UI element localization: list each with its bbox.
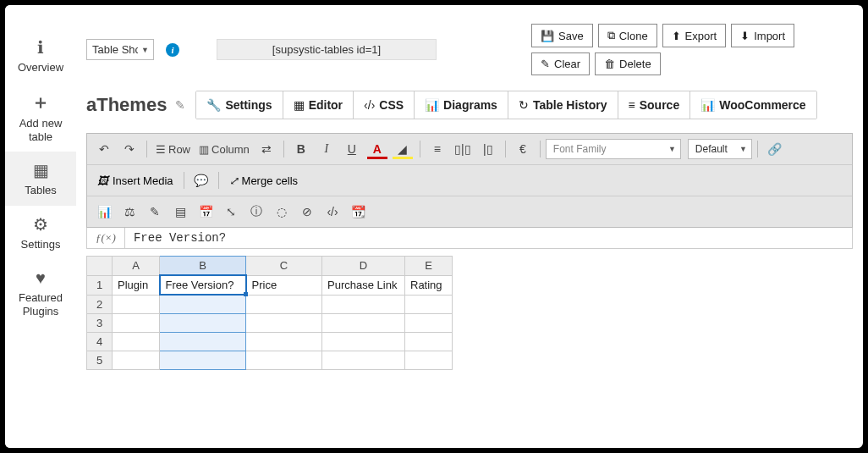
font-color-button[interactable]: A <box>365 137 389 161</box>
cell-E3[interactable] <box>405 313 453 332</box>
undo-button[interactable]: ↶ <box>92 137 116 161</box>
cell-A5[interactable] <box>113 351 160 369</box>
tabs: 🔧Settings ▦Editor ‹/›CSS 📊Diagrams ↻Tabl… <box>195 91 816 119</box>
add-row-button[interactable]: ☰Row <box>152 137 194 161</box>
tool-resize-icon[interactable]: ⤡ <box>219 200 243 224</box>
tool-info-icon[interactable]: ⓘ <box>244 200 268 224</box>
insert-media-button[interactable]: 🖼Insert Media <box>92 173 179 189</box>
cell-C4[interactable] <box>246 332 322 351</box>
cell-D1[interactable]: Purchase Link <box>322 275 405 295</box>
cell-E1[interactable]: Rating <box>405 275 453 295</box>
cell-C5[interactable] <box>246 351 322 369</box>
sidebar-item-tables[interactable]: ▦ Tables <box>5 152 76 206</box>
font-family-select[interactable]: Font Family <box>546 139 681 159</box>
tool-date-icon[interactable]: 📆 <box>346 200 370 224</box>
info-badge-icon[interactable]: i <box>166 43 179 57</box>
tool-dashed-icon[interactable]: ◌ <box>270 200 294 224</box>
sidebar-item-add-table[interactable]: ＋ Add new table <box>5 83 76 152</box>
redo-button[interactable]: ↷ <box>118 137 141 161</box>
cell-C3[interactable] <box>246 313 322 332</box>
align-left-button[interactable]: ≡ <box>426 137 449 161</box>
editor-toolbar: ↶ ↷ ☰Row ▥Column ⇄ B I U A ◢ ≡ ▯|▯ |▯ € … <box>86 133 853 228</box>
cell-B5[interactable] <box>160 351 246 369</box>
col-header-C[interactable]: C <box>246 257 322 276</box>
italic-button[interactable]: I <box>315 137 338 161</box>
tool-scale-icon[interactable]: ⚖ <box>118 200 141 224</box>
sidebar-item-label: Settings <box>21 238 61 251</box>
cell-C1[interactable]: Price <box>246 275 322 295</box>
bold-button[interactable]: B <box>289 137 313 161</box>
fill-color-button[interactable]: ◢ <box>391 137 415 161</box>
upload-icon: ⬆ <box>672 30 681 42</box>
row-header-5[interactable]: 5 <box>87 351 113 369</box>
cell-B1[interactable]: Free Version? <box>160 275 246 295</box>
delete-button[interactable]: 🗑Delete <box>595 52 661 75</box>
row-header-4[interactable]: 4 <box>87 332 113 351</box>
tool-list-icon[interactable]: ▤ <box>168 200 192 224</box>
export-button[interactable]: ⬆Export <box>662 24 727 47</box>
col-header-A[interactable]: A <box>113 257 160 276</box>
cell-D2[interactable] <box>322 295 405 313</box>
cell-E5[interactable] <box>405 351 453 369</box>
comment-button[interactable]: 💬 <box>190 168 213 192</box>
tab-woo[interactable]: 📊WooCommerce <box>690 91 816 119</box>
plus-icon: ＋ <box>31 91 50 113</box>
col-header-E[interactable]: E <box>405 257 453 276</box>
cell-D5[interactable] <box>322 351 405 369</box>
swap-button[interactable]: ⇄ <box>255 137 278 161</box>
sidebar-item-featured[interactable]: ♥ Featured Plugins <box>5 259 76 326</box>
align-center-button[interactable]: ▯|▯ <box>451 137 475 161</box>
columns-icon: ▥ <box>199 143 209 156</box>
tab-source[interactable]: ≡Source <box>618 91 691 119</box>
tab-settings[interactable]: 🔧Settings <box>196 91 283 119</box>
tab-history[interactable]: ↻Table History <box>508 91 618 119</box>
cell-C2[interactable] <box>246 295 322 313</box>
corner-cell[interactable] <box>87 257 113 276</box>
tool-block-icon[interactable]: ⊘ <box>295 200 319 224</box>
sidebar-item-settings[interactable]: ⚙ Settings <box>5 206 76 260</box>
cell-A4[interactable] <box>113 332 160 351</box>
cell-E2[interactable] <box>405 295 453 313</box>
currency-button[interactable]: € <box>511 137 535 161</box>
cell-E4[interactable] <box>405 332 453 351</box>
row-header-3[interactable]: 3 <box>87 313 113 332</box>
col-header-B[interactable]: B <box>160 257 246 276</box>
formula-input[interactable] <box>125 228 852 248</box>
tool-html-icon[interactable]: ‹/› <box>321 200 344 224</box>
cell-A1[interactable]: Plugin <box>113 275 160 295</box>
underline-button[interactable]: U <box>340 137 364 161</box>
add-column-button[interactable]: ▥Column <box>195 137 253 161</box>
download-icon: ⬇ <box>740 30 750 42</box>
tab-editor[interactable]: ▦Editor <box>283 91 354 119</box>
cell-A2[interactable] <box>113 295 160 313</box>
row-header-2[interactable]: 2 <box>87 295 113 313</box>
align-right-button[interactable]: |▯ <box>476 137 500 161</box>
edit-title-icon[interactable]: ✎ <box>175 98 185 112</box>
cell-D4[interactable] <box>322 332 405 351</box>
clear-button[interactable]: ✎Clear <box>531 52 590 75</box>
tab-css[interactable]: ‹/›CSS <box>354 91 415 119</box>
row-header-1[interactable]: 1 <box>87 275 113 295</box>
cell-B4[interactable] <box>160 332 246 351</box>
table-select[interactable]: Table Sho <box>86 39 154 60</box>
link-button[interactable]: 🔗 <box>763 137 787 161</box>
tool-chart-icon[interactable]: 📊 <box>92 200 116 224</box>
cell-B2[interactable] <box>160 295 246 313</box>
merge-cells-button[interactable]: ⤢Merge cells <box>224 173 303 189</box>
tool-calendar-icon[interactable]: 📅 <box>194 200 217 224</box>
eraser-icon: ✎ <box>541 58 550 70</box>
import-button[interactable]: ⬇Import <box>731 24 794 47</box>
cell-B3[interactable] <box>160 313 246 332</box>
clone-button[interactable]: ⧉Clone <box>598 24 657 47</box>
spreadsheet[interactable]: ABCDE1PluginFree Version?PricePurchase L… <box>86 256 453 370</box>
save-icon: 💾 <box>541 30 554 42</box>
sidebar-item-overview[interactable]: ℹ Overview <box>5 29 76 83</box>
shortcode-display[interactable]: [supsystic-tables id=1] <box>217 39 437 60</box>
cell-D3[interactable] <box>322 313 405 332</box>
tab-diagrams[interactable]: 📊Diagrams <box>415 91 508 119</box>
col-header-D[interactable]: D <box>322 257 405 276</box>
font-size-select[interactable]: Default <box>688 139 752 159</box>
save-button[interactable]: 💾Save <box>531 24 593 47</box>
cell-A3[interactable] <box>113 313 160 332</box>
tool-edit-icon[interactable]: ✎ <box>143 200 167 224</box>
